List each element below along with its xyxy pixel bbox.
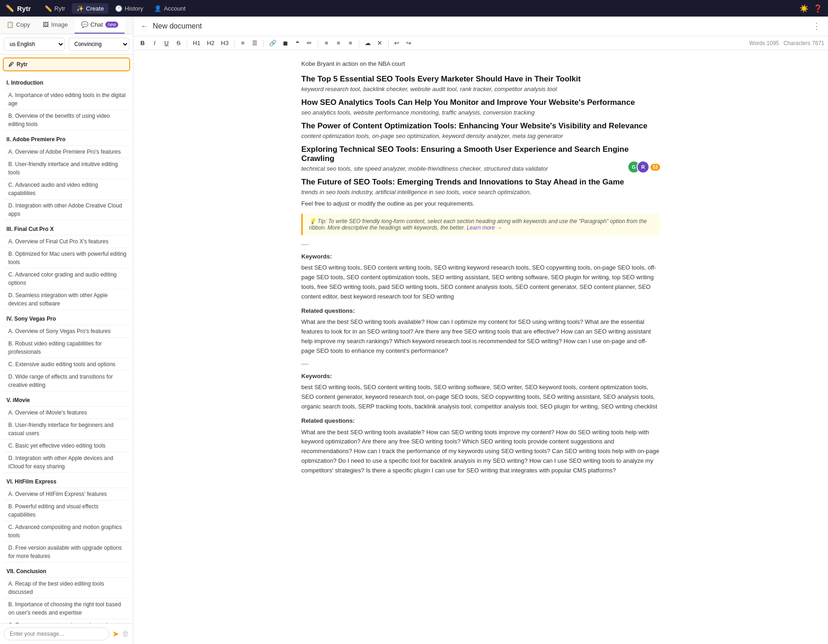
list-item: B. Overview of the benefits of using vid…: [4, 110, 129, 131]
list-item: C. Basic yet effective video editing too…: [4, 440, 129, 452]
avatar-cluster: G R 53: [627, 161, 660, 173]
editor-scroll[interactable]: G R 53 Kobe Bryant in action on the NBA …: [133, 50, 828, 644]
keywords-text-1: best SEO writing tools, SEO content writ…: [301, 263, 660, 301]
sidebar-controls: us English uk English Spanish French Con…: [0, 34, 133, 55]
toolbar-align-left[interactable]: ≡: [321, 38, 332, 48]
scrolled-text: Kobe Bryant in action on the NBA court: [301, 59, 660, 69]
nav-icon-create: ✨: [76, 5, 84, 12]
toolbar-strikethrough[interactable]: S: [173, 38, 184, 48]
toolbar-clear[interactable]: ✕: [374, 38, 385, 48]
list-item: A. Overview of HitFilm Express' features: [4, 488, 129, 500]
list-item: C. Extensive audio editing tools and opt…: [4, 358, 129, 371]
heading-4: Exploring Technical SEO Tools: Ensuring …: [301, 145, 660, 163]
outline-badge: 🖊 Rytr: [3, 58, 130, 71]
toolbar-underline[interactable]: U: [161, 38, 172, 48]
list-item: D. Integration with other Apple devices …: [4, 452, 129, 473]
tab-copy[interactable]: 📋 Copy: [0, 17, 36, 34]
nav-item-create[interactable]: ✨ Create: [72, 3, 109, 14]
toolbar-link[interactable]: 🔗: [266, 38, 279, 48]
list-item: C. Advanced color grading and audio edit…: [4, 269, 129, 289]
chat-input[interactable]: [4, 627, 109, 640]
chat-delete-button[interactable]: 🗑: [122, 630, 129, 638]
help-icon[interactable]: ❓: [813, 4, 822, 13]
list-item: D. Seamless integration with other Apple…: [4, 289, 129, 310]
list-item: IV. Sony Vegas Pro: [4, 313, 129, 325]
content-header: ← New document ⋮: [133, 17, 828, 36]
tip-box: 💡 Tip: To write SEO friendly long-form c…: [301, 213, 660, 236]
section-divider-2: —: [301, 360, 660, 368]
nav-item-account[interactable]: 👤 Account: [150, 3, 190, 14]
italic-1: keyword research tool, backlink checker,…: [301, 86, 660, 92]
list-item: D. Free version available with upgrade o…: [4, 542, 129, 563]
toolbar-h3[interactable]: H3: [218, 38, 231, 48]
heading-3: The Power of Content Optimization Tools:…: [301, 121, 660, 131]
toolbar-h1[interactable]: H1: [190, 38, 203, 48]
toolbar-pen[interactable]: ✏: [304, 38, 315, 48]
theme-toggle-icon[interactable]: ☀️: [799, 4, 809, 13]
list-item: B. Optimized for Mac users with powerful…: [4, 248, 129, 269]
toolbar-bold[interactable]: B: [137, 38, 148, 48]
toolbar-stats: Words 1095 Characters 7671: [749, 40, 824, 46]
toolbar-cloud[interactable]: ☁: [362, 38, 374, 48]
list-item: A. Overview of Final Cut Pro X's feature…: [4, 236, 129, 248]
char-count: Characters 7671: [783, 40, 824, 46]
list-item: A. Overview of Adobe Premiere Pro's feat…: [4, 146, 129, 158]
chat-input-area: ➤ 🗑: [0, 623, 133, 644]
tab-chat-label: Chat: [91, 21, 103, 28]
tab-image[interactable]: 🖼 Image: [36, 17, 74, 34]
list-item: VII. Conclusion: [4, 565, 129, 578]
toolbar-redo[interactable]: ↪: [403, 38, 414, 48]
toolbar-blockquote[interactable]: ❝: [292, 38, 303, 48]
editor-content: G R 53 Kobe Bryant in action on the NBA …: [301, 59, 660, 476]
italic-2: seo analytics tools, website performance…: [301, 109, 660, 116]
list-item: C. Encouragement to explore and experime…: [4, 619, 129, 623]
toolbar-divider-5: [359, 39, 359, 47]
list-item: B. Importance of choosing the right tool…: [4, 598, 129, 619]
toolbar-align-right[interactable]: ≡: [345, 38, 356, 48]
brand-icon: ✏️: [6, 4, 14, 12]
keywords-label-1: Keywords:: [301, 252, 660, 262]
nav-item-rytr[interactable]: ✏️ Rytr: [40, 3, 70, 14]
language-select[interactable]: us English uk English Spanish French: [4, 38, 65, 51]
related-questions-label-2: Related questions:: [301, 416, 660, 426]
chat-panel-inner: 🖊 Rytr I. IntroductionA. Importance of v…: [0, 55, 133, 644]
tip-link[interactable]: Learn more →: [466, 224, 502, 231]
content-area: ← New document ⋮ B I U S H1 H2 H3 ≡ ☰ 🔗 …: [133, 17, 828, 644]
list-item: D. Wide range of effects and transitions…: [4, 371, 129, 391]
related-questions-label-1: Related questions:: [301, 306, 660, 316]
main-layout: 📋 Copy 🖼 Image 💬 Chat new us English uk …: [0, 17, 828, 644]
chat-send-button[interactable]: ➤: [112, 629, 119, 639]
nav-icon-account: 👤: [154, 5, 161, 12]
brand-name: Rytr: [17, 5, 31, 12]
brand-logo[interactable]: ✏️ Rytr: [6, 4, 31, 12]
list-item: B. User-friendly interface for beginners…: [4, 419, 129, 440]
toolbar-undo[interactable]: ↩: [391, 38, 402, 48]
tone-select[interactable]: Convincing Formal Casual Humorous: [69, 38, 130, 51]
toolbar-divider-3: [263, 39, 264, 47]
outline-badge-label: Rytr: [17, 61, 28, 68]
toolbar-image[interactable]: ◼: [280, 38, 291, 48]
toolbar-italic[interactable]: I: [149, 38, 160, 48]
word-count: Words 1095: [749, 40, 779, 46]
toolbar-align-center[interactable]: ≡: [333, 38, 344, 48]
toolbar-ordered-list[interactable]: ☰: [249, 38, 260, 48]
nav-item-history[interactable]: 🕐 History: [110, 3, 148, 14]
tab-chat[interactable]: 💬 Chat new: [75, 17, 125, 34]
keywords-text-2: best SEO writing tools, SEO content writ…: [301, 383, 660, 411]
avatar-purple: R: [637, 161, 650, 173]
nav-label-account: Account: [164, 5, 185, 12]
list-item: VI. HitFilm Express: [4, 476, 129, 488]
italic-4: technical seo tools, site speed analyzer…: [301, 165, 660, 172]
toolbar-h2[interactable]: H2: [204, 38, 218, 48]
toolbar-unordered-list[interactable]: ≡: [237, 38, 248, 48]
related-questions-text-2: What are the best SEO writing tools avai…: [301, 428, 660, 476]
list-item: V. iMovie: [4, 394, 129, 407]
list-item: A. Importance of video editing tools in …: [4, 89, 129, 110]
list-item: B. Robust video editing capabilities for…: [4, 338, 129, 358]
italic-3: content optimization tools, on-page seo …: [301, 132, 660, 139]
more-options-button[interactable]: ⋮: [812, 21, 821, 31]
list-item: C. Advanced audio and video editing capa…: [4, 179, 129, 200]
toolbar-divider-2: [234, 39, 235, 47]
list-item: A. Recap of the best video editing tools…: [4, 578, 129, 598]
back-button[interactable]: ←: [141, 22, 148, 30]
